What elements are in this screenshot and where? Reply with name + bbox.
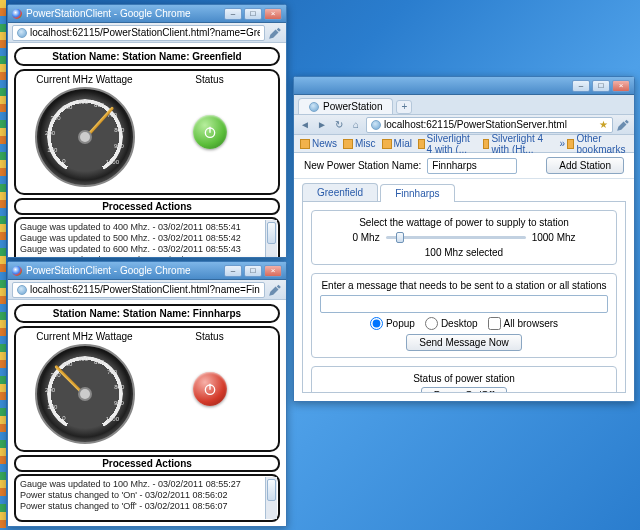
gauge-tick-label: 0 bbox=[62, 415, 65, 421]
window-controls: – □ × bbox=[572, 80, 630, 92]
gauge-tick-label: 600 bbox=[94, 359, 104, 365]
gauge-tick-label: 100 bbox=[47, 404, 57, 410]
log-line: Gauge was updated to 500 Mhz. - 03/02/20… bbox=[20, 255, 262, 257]
new-station-input[interactable] bbox=[427, 158, 517, 174]
log-scrollbar[interactable] bbox=[265, 220, 277, 257]
bookmark-item[interactable]: Mial bbox=[382, 138, 412, 149]
home-icon[interactable]: ⌂ bbox=[349, 118, 363, 132]
station-tab[interactable]: Greenfield bbox=[302, 183, 378, 201]
slider-readout: 100 Mhz selected bbox=[320, 247, 608, 258]
client2-toolbar bbox=[8, 280, 286, 300]
bookmark-item[interactable]: » Other bookmarks bbox=[560, 133, 628, 155]
gauge-tick-label: 1000 bbox=[105, 159, 118, 165]
address-bar[interactable] bbox=[12, 282, 265, 298]
bookmark-item[interactable]: News bbox=[300, 138, 337, 149]
globe-icon bbox=[17, 285, 27, 295]
url-input[interactable] bbox=[30, 27, 260, 38]
server-titlebar[interactable]: – □ × bbox=[294, 77, 634, 95]
gauge-panel: Current MHz Wattage 01002003004005006007… bbox=[14, 326, 280, 452]
station-tabs: GreenfieldFinnharps bbox=[294, 183, 634, 201]
maximize-button[interactable]: □ bbox=[592, 80, 610, 92]
minimize-button[interactable]: – bbox=[224, 265, 242, 277]
close-button[interactable]: × bbox=[612, 80, 630, 92]
bookmarks-bar: News Misc Mial Silverlight 4 with (... S… bbox=[294, 135, 634, 153]
gauge-tick-label: 0 bbox=[62, 158, 65, 164]
browser-tab[interactable]: PowerStation bbox=[298, 98, 393, 114]
minimize-button[interactable]: – bbox=[572, 80, 590, 92]
processed-header: Processed Actions bbox=[14, 455, 280, 472]
window-controls: – □ × bbox=[224, 265, 282, 277]
client1-page: Station Name: Station Name: Greenfield C… bbox=[8, 43, 286, 257]
wattage-col: Current MHz Wattage 01002003004005006007… bbox=[22, 74, 147, 187]
processed-log[interactable]: Gauge was updated to 100 Mhz. - 03/02/20… bbox=[14, 474, 280, 522]
station-tab[interactable]: Finnharps bbox=[380, 184, 454, 202]
gauge-tick-label: 800 bbox=[114, 127, 124, 133]
processed-header: Processed Actions bbox=[14, 198, 280, 215]
processed-log[interactable]: Gauge was updated to 400 Mhz. - 03/02/20… bbox=[14, 217, 280, 257]
desktop-launcher bbox=[0, 0, 6, 530]
client1-titlebar[interactable]: PowerStationClient - Google Chrome – □ × bbox=[8, 5, 286, 23]
bookmark-item[interactable]: Silverlight 4 with (... bbox=[418, 133, 477, 155]
maximize-button[interactable]: □ bbox=[244, 8, 262, 20]
power-button[interactable] bbox=[193, 372, 227, 406]
power-button[interactable] bbox=[193, 115, 227, 149]
gauge-tick-label: 900 bbox=[113, 143, 123, 149]
chrome-icon bbox=[12, 9, 22, 19]
gauge-tick-label: 300 bbox=[50, 115, 60, 121]
radio-desktop-input[interactable] bbox=[425, 317, 438, 330]
forward-icon[interactable]: ► bbox=[315, 118, 329, 132]
slider-min-label: 0 Mhz bbox=[352, 232, 379, 243]
client2-titlebar[interactable]: PowerStationClient - Google Chrome – □ × bbox=[8, 262, 286, 280]
chrome-icon bbox=[12, 266, 22, 276]
log-line: Power status changed to 'Off' - 03/02/20… bbox=[20, 501, 262, 512]
url-input[interactable] bbox=[384, 119, 596, 130]
gauge-tick-label: 500 bbox=[77, 99, 87, 105]
close-button[interactable]: × bbox=[264, 265, 282, 277]
wrench-icon[interactable] bbox=[616, 118, 630, 132]
back-icon[interactable]: ◄ bbox=[298, 118, 312, 132]
station-tab-body: Select the wattage of power to supply to… bbox=[302, 201, 626, 393]
radio-desktop[interactable]: Desktop bbox=[425, 317, 478, 330]
globe-icon bbox=[371, 120, 381, 130]
wattage-label: Current MHz Wattage bbox=[22, 331, 147, 342]
maximize-button[interactable]: □ bbox=[244, 265, 262, 277]
client1-window: PowerStationClient - Google Chrome – □ ×… bbox=[7, 4, 287, 258]
wattage-col: Current MHz Wattage 01002003004005006007… bbox=[22, 331, 147, 444]
message-input[interactable] bbox=[320, 295, 608, 313]
address-bar[interactable]: ★ bbox=[366, 117, 613, 133]
mhz-gauge: 01002003004005006007008009001000 bbox=[35, 87, 135, 187]
send-message-button[interactable]: Send Message Now bbox=[406, 334, 522, 351]
log-line: Gauge was updated to 100 Mhz. - 03/02/20… bbox=[20, 479, 262, 490]
slider-thumb[interactable] bbox=[396, 232, 404, 243]
bookmark-item[interactable]: Silverlight 4 with (Ht... bbox=[483, 133, 548, 155]
radio-popup[interactable]: Popup bbox=[370, 317, 415, 330]
add-station-button[interactable]: Add Station bbox=[546, 157, 624, 174]
address-bar[interactable] bbox=[12, 25, 265, 41]
folder-icon bbox=[382, 139, 392, 149]
status-frame: Status of power station Power On/Off bbox=[311, 366, 617, 393]
gauge-tick-label: 400 bbox=[62, 361, 72, 367]
gauge-tick-label: 300 bbox=[50, 372, 60, 378]
globe-icon bbox=[309, 102, 319, 112]
reload-icon[interactable]: ↻ bbox=[332, 118, 346, 132]
wattage-slider[interactable]: 0 Mhz 1000 Mhz bbox=[320, 232, 608, 243]
slider-track[interactable] bbox=[386, 236, 526, 239]
bookmark-item[interactable]: Misc bbox=[343, 138, 376, 149]
wrench-icon[interactable] bbox=[268, 26, 282, 40]
bookmark-star-icon[interactable]: ★ bbox=[599, 119, 608, 130]
log-scrollbar[interactable] bbox=[265, 477, 277, 519]
radio-popup-input[interactable] bbox=[370, 317, 383, 330]
status-col: Status bbox=[147, 331, 272, 444]
wrench-icon[interactable] bbox=[268, 283, 282, 297]
url-input[interactable] bbox=[30, 284, 260, 295]
status-col: Status bbox=[147, 74, 272, 187]
close-button[interactable]: × bbox=[264, 8, 282, 20]
server-window: – □ × PowerStation + ◄ ► ↻ ⌂ ★ News Misc… bbox=[293, 76, 635, 402]
delivery-options: Popup Desktop All browsers bbox=[320, 317, 608, 330]
chk-all-input[interactable] bbox=[488, 317, 501, 330]
power-toggle-button[interactable]: Power On/Off bbox=[421, 387, 507, 393]
new-tab-button[interactable]: + bbox=[396, 100, 412, 114]
minimize-button[interactable]: – bbox=[224, 8, 242, 20]
chk-all-browsers[interactable]: All browsers bbox=[488, 317, 558, 330]
station-header: Station Name: Station Name: Greenfield bbox=[14, 47, 280, 66]
